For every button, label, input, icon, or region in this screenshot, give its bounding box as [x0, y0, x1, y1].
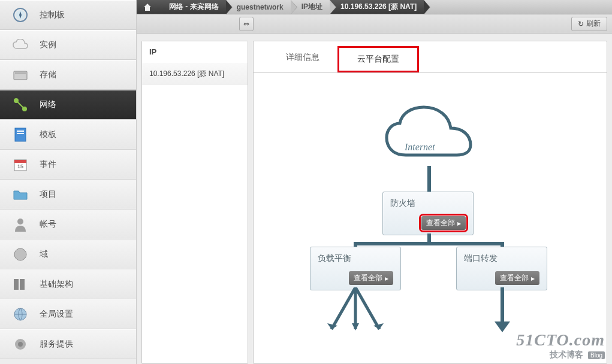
main-area: 网络 - 来宾网络 guestnetwork IP地址 10.196.53.22… [137, 0, 612, 364]
sidebar-item-label: 事件 [40, 159, 56, 170]
cloud-label: Internet [405, 142, 435, 153]
svg-point-14 [14, 248, 26, 260]
connector [501, 287, 504, 323]
compass-icon [12, 7, 29, 23]
svg-line-24 [355, 287, 379, 329]
sidebar-item-accounts[interactable]: 帐号 [0, 210, 136, 239]
breadcrumb-home[interactable] [137, 0, 158, 14]
watermark-main: 51CTO.com [516, 330, 605, 350]
tab-details[interactable]: 详细信息 [268, 46, 337, 72]
portforward-view-button[interactable]: 查看全部 ▸ [495, 271, 539, 285]
chevron-right-icon: ▸ [385, 274, 388, 283]
watermark-blog: Blog [588, 351, 605, 359]
sidebar-item-dashboard[interactable]: 控制板 [0, 0, 136, 30]
watermark: 51CTO.com 技术博客 Blog [516, 330, 605, 360]
sidebar: 控制板 实例 存储 网络 模板 15 [0, 0, 137, 364]
sidebar-item-storage[interactable]: 存储 [0, 60, 136, 90]
ip-list-item[interactable]: 10.196.53.226 [源 NAT] [142, 63, 248, 85]
sidebar-item-domains[interactable]: 域 [0, 239, 136, 269]
content-area: IP 10.196.53.226 [源 NAT] 详细信息 云平台配置 Inte… [137, 34, 612, 364]
domain-icon [12, 246, 29, 263]
portforward-node: 端口转发 查看全部 ▸ [456, 247, 547, 290]
panel-header: IP [142, 41, 248, 63]
loadbalance-view-button[interactable]: 查看全部 ▸ [349, 271, 393, 285]
chevron-right-icon: ▸ [457, 219, 461, 228]
connector [354, 242, 504, 245]
sidebar-item-label: 项目 [40, 189, 56, 200]
sidebar-item-events[interactable]: 15 事件 [0, 150, 136, 180]
refresh-icon: ↻ [578, 20, 584, 28]
folder-icon [12, 186, 29, 203]
sidebar-item-label: 模板 [40, 129, 56, 140]
arrows-down-icon [319, 287, 391, 341]
svg-rect-7 [15, 128, 26, 141]
svg-rect-3 [15, 72, 26, 74]
breadcrumb: 网络 - 来宾网络 guestnetwork IP地址 10.196.53.22… [137, 0, 612, 14]
sidebar-item-label: 基础架构 [40, 279, 73, 290]
svg-line-6 [17, 102, 23, 108]
sidebar-item-label: 服务提供 [40, 339, 73, 350]
sidebar-item-label: 控制板 [40, 10, 65, 20]
svg-point-19 [18, 342, 23, 347]
sidebar-item-global-settings[interactable]: 全局设置 [0, 299, 136, 329]
cloud-icon [12, 37, 29, 53]
svg-rect-11 [14, 160, 26, 163]
home-icon [143, 3, 152, 11]
sidebar-item-instances[interactable]: 实例 [0, 30, 136, 60]
refresh-label: 刷新 [586, 19, 601, 29]
breadcrumb-item[interactable]: 网络 - 来宾网络 [158, 0, 226, 14]
servers-icon [12, 276, 29, 293]
sidebar-item-label: 域 [40, 249, 48, 260]
calendar-icon: 15 [12, 156, 29, 173]
svg-rect-9 [17, 133, 24, 134]
sidebar-item-infrastructure[interactable]: 基础架构 [0, 269, 136, 299]
disk-icon [12, 66, 29, 83]
sidebar-item-label: 网络 [40, 99, 56, 110]
node-title: 防火墙 [390, 198, 466, 209]
connector [427, 166, 431, 192]
firewall-view-button[interactable]: 查看全部 ▸ [421, 216, 466, 230]
loadbalance-node: 负载平衡 查看全部 ▸ [310, 247, 401, 290]
refresh-button[interactable]: ↻ 刷新 [571, 17, 607, 31]
sidebar-item-network[interactable]: 网络 [0, 90, 136, 120]
svg-rect-16 [20, 279, 25, 290]
node-title: 负载平衡 [318, 253, 393, 264]
globe-icon [12, 306, 29, 323]
svg-rect-8 [17, 131, 24, 132]
firewall-node: 防火墙 查看全部 ▸ [382, 192, 474, 235]
detail-panel: 详细信息 云平台配置 Internet 防火墙 查看全部 ▸ [253, 41, 607, 364]
svg-point-13 [17, 219, 23, 225]
collapse-icon: ⇔ [243, 20, 249, 28]
ip-list-panel: IP 10.196.53.226 [源 NAT] [141, 41, 248, 364]
sidebar-item-label: 帐号 [40, 219, 56, 230]
toggle-panel-button[interactable]: ⇔ [239, 17, 254, 31]
network-icon [12, 96, 29, 113]
sidebar-item-label: 存储 [40, 69, 56, 80]
sidebar-item-templates[interactable]: 模板 [0, 120, 136, 150]
gear-icon [12, 336, 29, 353]
sidebar-item-projects[interactable]: 项目 [0, 180, 136, 210]
toolbar: ⇔ ↻ 刷新 [137, 14, 612, 34]
cloud-icon [382, 104, 475, 167]
chevron-right-icon: ▸ [531, 274, 535, 283]
sidebar-item-service-offerings[interactable]: 服务提供 [0, 329, 136, 359]
sidebar-item-label: 实例 [40, 40, 56, 50]
node-title: 端口转发 [464, 253, 539, 264]
template-icon [12, 126, 29, 143]
arrow-down-icon [495, 321, 510, 333]
svg-marker-26 [495, 321, 510, 332]
tabs: 详细信息 云平台配置 [254, 41, 607, 73]
svg-rect-15 [14, 279, 19, 290]
sidebar-item-label: 全局设置 [40, 309, 73, 320]
breadcrumb-item[interactable]: guestnetwork [226, 0, 291, 14]
svg-line-20 [331, 287, 355, 329]
network-diagram: Internet 防火墙 查看全部 ▸ [254, 73, 607, 363]
user-icon [12, 216, 29, 233]
breadcrumb-item[interactable]: 10.196.53.226 [源 NAT] [330, 0, 424, 14]
watermark-sub: 技术博客 [550, 350, 583, 359]
svg-marker-23 [352, 323, 359, 330]
tab-config[interactable]: 云平台配置 [337, 46, 419, 72]
svg-text:15: 15 [17, 163, 23, 169]
